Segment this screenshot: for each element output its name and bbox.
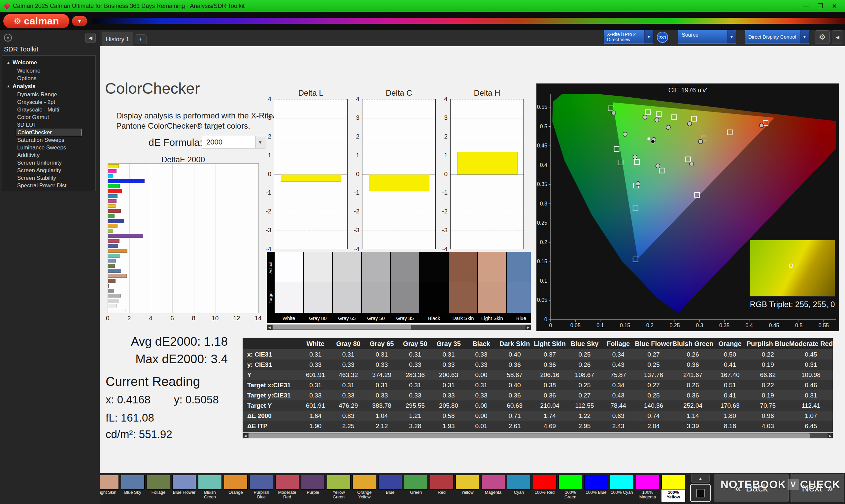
scrollbar-thumb[interactable] — [249, 433, 810, 438]
stop-measure-button[interactable] — [690, 484, 711, 502]
patch-button-label: Orange — [224, 490, 248, 495]
sidebar-item-screen-uniformity[interactable]: Screen Uniformity — [2, 159, 95, 166]
tree-expand-icon[interactable]: ▲ — [6, 60, 10, 64]
patch-button-green[interactable]: Green — [404, 475, 428, 502]
sidebar-item-spectral-power-dist[interactable]: Spectral Power Dist. — [2, 182, 95, 189]
patch-column-blue[interactable]: Blue — [506, 252, 531, 323]
patch-name-label: Gray 65 — [333, 313, 361, 323]
logo-menu-button[interactable]: ▼ — [72, 16, 87, 26]
patch-column-black[interactable]: Black — [419, 252, 448, 323]
patch-button-orange[interactable]: Orange — [224, 475, 248, 502]
patch-button-orange-yellow[interactable]: Orange Yellow — [353, 475, 376, 502]
patch-button-purple[interactable]: Purple — [301, 475, 325, 502]
sidebar-item-welcome[interactable]: Welcome — [2, 67, 95, 74]
sidebar-item-grayscale-multi[interactable]: Grayscale - Multi — [2, 106, 95, 113]
y-tick-label: 2 — [268, 133, 271, 140]
patch-button-red[interactable]: Red — [430, 475, 454, 502]
table-cell: 0.31 — [399, 349, 432, 360]
display-control-dropdown[interactable]: Direct Display Control ▼ — [745, 30, 809, 44]
gridline — [274, 99, 347, 100]
column-header-foliage: Foliage — [602, 338, 635, 349]
sidebar-item-screen-angularity[interactable]: Screen Angularity — [2, 166, 95, 174]
patch-button-cyan[interactable]: Cyan — [507, 475, 531, 502]
patch-strip-scrollbar[interactable]: ◀ ▶ — [267, 325, 531, 330]
patch-actual — [304, 252, 332, 282]
sidebar-item-saturation-sweeps[interactable]: Saturation Sweeps — [2, 136, 95, 144]
patch-button-yellow-green[interactable]: Yellow Green — [327, 475, 351, 502]
y-tick-label: 4 — [444, 95, 447, 103]
panel-collapse-button[interactable]: ◀ — [832, 30, 843, 44]
page-title: ColorChecker — [105, 79, 200, 97]
patch-button-bluish-green[interactable]: Bluish Green — [198, 475, 222, 502]
patch-column-white[interactable]: White — [274, 252, 303, 323]
scroll-left-icon[interactable]: ◀ — [243, 433, 248, 438]
source-dropdown[interactable]: Source ▼ — [678, 30, 736, 44]
calman-logo[interactable]: ⚙ calman — [3, 14, 69, 29]
maximize-button[interactable]: ❐ — [817, 3, 823, 9]
sidebar-item-grayscale-2pt[interactable]: Grayscale - 2pt — [2, 98, 95, 106]
patch-button-light-skin[interactable]: Light Skin — [100, 475, 119, 502]
patch-button-100-cyan[interactable]: 100% Cyan — [610, 475, 634, 502]
back-button[interactable]: « Back — [714, 474, 789, 502]
patch-button-purplish-blue[interactable]: Purplish Blue — [249, 475, 273, 502]
patch-button-label: 100% Yellow — [662, 490, 685, 499]
patch-button-moderate-red[interactable]: Moderate Red — [275, 475, 299, 502]
patch-target — [507, 282, 531, 313]
table-scrollbar[interactable]: ◀ ▶ — [243, 433, 833, 438]
sidebar-item-color-gamut[interactable]: Color Gamut — [2, 113, 95, 121]
patch-column-gray-80[interactable]: Gray 80 — [303, 252, 332, 323]
close-button[interactable]: ✕ — [832, 3, 837, 9]
table-cell: 0.33 — [365, 390, 399, 400]
scroll-right-icon[interactable]: ▶ — [526, 325, 531, 330]
chevron-up-button[interactable]: ▲ — [691, 474, 710, 483]
tab-history-1[interactable]: History 1 — [102, 32, 133, 46]
next-button[interactable]: Next » — [791, 474, 844, 502]
table-cell: 0.19 — [746, 390, 789, 400]
patch-button-100-magenta[interactable]: 100% Magenta — [636, 475, 659, 502]
patch-button-blue-flower[interactable]: Blue Flower — [172, 475, 196, 502]
settings-gear-button[interactable]: ⚙ — [815, 30, 830, 44]
patch-button-yellow[interactable]: Yellow — [456, 475, 479, 502]
patch-column-gray-50[interactable]: Gray 50 — [361, 252, 390, 323]
patch-button-magenta[interactable]: Magenta — [481, 475, 505, 502]
tree-expand-icon[interactable]: ▲ — [6, 84, 10, 88]
table-cell: 476.29 — [332, 400, 365, 411]
sidebar-item-dynamic-range[interactable]: Dynamic Range — [2, 91, 95, 98]
add-tab-button[interactable]: + — [135, 34, 146, 44]
patch-column-dark-skin[interactable]: Dark Skin — [448, 252, 477, 323]
sidebar-item-options[interactable]: Options — [2, 74, 95, 82]
table-cell: 137.76 — [635, 370, 672, 380]
sidebar-group-analysis[interactable]: ▲Analysis — [2, 82, 95, 91]
sidebar-item-additivity[interactable]: Additivity — [2, 151, 95, 159]
patch-column-light-skin[interactable]: Light Skin — [477, 252, 506, 323]
measured-point-icon — [612, 111, 616, 115]
sidebar-item-luminance-sweeps[interactable]: Luminance Sweeps — [2, 144, 95, 151]
sidebar-item-screen-stability[interactable]: Screen Stability — [2, 174, 95, 182]
patch-button-100-green[interactable]: 100% Green — [559, 475, 582, 502]
minimize-button[interactable]: — — [803, 3, 809, 9]
scrollbar-thumb[interactable] — [272, 325, 411, 329]
table-cell: 0.31 — [399, 380, 432, 390]
meter-dropdown[interactable]: X-Rite i1Pro 2 Direct View ▼ — [604, 30, 653, 44]
patch-button-blue[interactable]: Blue — [378, 475, 402, 502]
patch-button-100-blue[interactable]: 100% Blue — [584, 475, 608, 502]
table-cell: 0.22 — [746, 349, 789, 360]
sidebar-item-3d-lut[interactable]: 3D LUT — [2, 121, 95, 129]
scroll-right-icon[interactable]: ▶ — [828, 433, 833, 438]
patch-button-100-red[interactable]: 100% Red — [533, 475, 557, 502]
patch-button-blue-sky[interactable]: Blue Sky — [121, 475, 145, 502]
patch-button-100-yellow[interactable]: 100% Yellow — [662, 475, 685, 502]
rainbow-gradient-strip — [92, 18, 845, 24]
patch-column-gray-35[interactable]: Gray 35 — [390, 252, 419, 323]
column-header-light-skin: Light Skin — [532, 338, 567, 349]
meter-count-badge[interactable]: 231 — [657, 32, 668, 43]
patch-column-gray-65[interactable]: Gray 65 — [332, 252, 361, 323]
scroll-left-icon[interactable]: ◀ — [267, 325, 272, 330]
sidebar-item-colorchecker[interactable]: ColorChecker — [16, 129, 82, 136]
sidebar-group-welcome[interactable]: ▲Welcome — [2, 58, 95, 67]
sidebar-collapse-button[interactable]: ◀ — [85, 33, 96, 43]
table-cell: 0.31 — [299, 380, 332, 390]
x-tick-label: 10 — [212, 315, 218, 322]
de-formula-dropdown[interactable]: 2000 ▼ — [202, 136, 265, 148]
patch-button-foliage[interactable]: Foliage — [146, 475, 170, 502]
